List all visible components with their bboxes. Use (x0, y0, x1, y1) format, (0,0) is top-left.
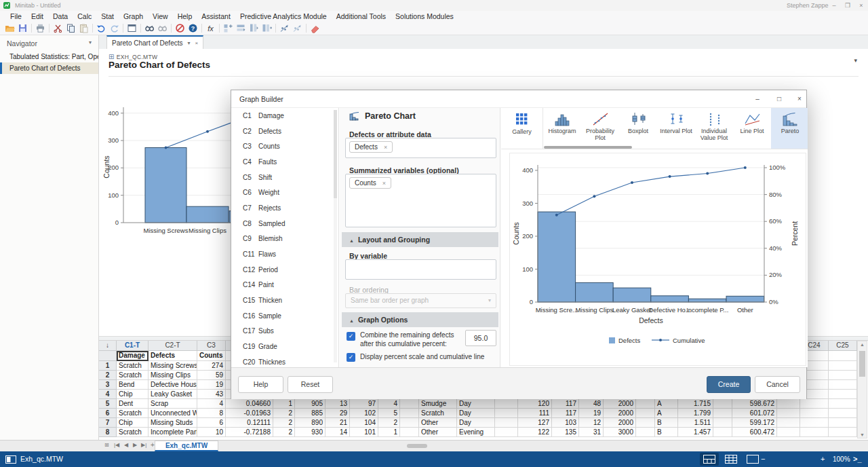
menu-stat[interactable]: Stat (96, 11, 119, 22)
menu-additional-tools[interactable]: Additional Tools (332, 11, 391, 22)
grid-cell[interactable]: 2000 (604, 418, 636, 428)
grid-cell[interactable]: Scratch (117, 409, 149, 418)
tab-pareto-chart-of-defects[interactable]: Pareto Chart of Defects ▾ × (106, 35, 203, 49)
scrollbar-thumb[interactable] (859, 351, 865, 377)
combine-defects-checkbox[interactable]: ✓ (347, 332, 355, 341)
select-all-icon[interactable]: ↓ (99, 341, 117, 351)
grid-cell[interactable]: Chip (117, 390, 149, 399)
dialog-close-icon[interactable]: × (790, 90, 809, 107)
grid-cell[interactable]: 599.172 (732, 418, 777, 428)
column-item-c2[interactable]: C2Defects (231, 124, 338, 139)
column-item-c20[interactable]: C20Thicknes (231, 354, 338, 367)
close-window-icon[interactable]: × (856, 1, 867, 10)
command-line-icon[interactable]: >_ (853, 455, 862, 463)
worksheet-tab-exh-qc[interactable]: Exh_qc.MTW (155, 441, 218, 451)
grid-vertical-scrollbar[interactable]: ▲ ▼ (857, 341, 867, 438)
grid-cell[interactable]: 2 (273, 418, 295, 428)
grid-cell[interactable]: 117 (552, 399, 579, 409)
grid-cell[interactable]: 2 (273, 409, 295, 418)
navigator-item-pareto-chart-of-defects[interactable]: Pareto Chart of Defects (0, 62, 98, 74)
zoom-level[interactable]: 100% (833, 455, 850, 463)
grid-cell[interactable]: Scratch (117, 428, 149, 437)
grid-cell[interactable]: Smudge (419, 399, 457, 409)
grid-cell[interactable]: Missing Clips (149, 371, 197, 380)
grid-cell[interactable]: Day (457, 418, 495, 428)
row-header-8[interactable]: 8 (99, 428, 117, 437)
cumulative-percent-input[interactable]: 95.0 (465, 330, 496, 346)
help-button[interactable]: Help (238, 376, 283, 393)
grid-cell[interactable]: 29 (326, 409, 350, 418)
grid-cell[interactable]: 5 (378, 409, 400, 418)
grid-cell[interactable] (800, 409, 829, 418)
help-icon[interactable]: ? (186, 22, 199, 34)
find-next-icon[interactable] (156, 22, 169, 34)
grid-cell[interactable]: 600.472 (732, 428, 777, 437)
grid-cell[interactable]: Scrap (149, 399, 197, 409)
grid-cell[interactable]: 122 (518, 428, 552, 437)
view-worksheet-output-icon[interactable] (700, 453, 719, 466)
restore-window-icon[interactable]: ❐ (842, 1, 853, 10)
first-worksheet-icon[interactable]: |◀ (114, 442, 119, 448)
grid-cell[interactable]: 0.04660 (226, 399, 273, 409)
gallery-item-line-plot[interactable]: Line Plot (733, 108, 771, 149)
next-worksheet-icon[interactable]: ▶ (133, 442, 137, 448)
grid-cell[interactable]: 102 (350, 409, 378, 418)
grid-cell[interactable]: 1.511 (678, 418, 713, 428)
column-header-c25[interactable]: C25 (829, 341, 857, 351)
by-variable-field[interactable] (345, 259, 496, 280)
grid-cell[interactable]: 97 (350, 399, 378, 409)
grid-cell[interactable]: 43 (197, 390, 226, 399)
grid-cell[interactable]: Scratch (117, 371, 149, 380)
cancel-icon[interactable] (174, 22, 186, 34)
grid-cell[interactable] (777, 418, 800, 428)
grid-cell[interactable]: 4 (378, 399, 400, 409)
column-name-cell[interactable] (829, 351, 857, 361)
gallery-item-pareto[interactable]: Pareto (771, 108, 808, 149)
navigator-collapse-icon[interactable]: ▾ (89, 39, 92, 45)
dialog-maximize-icon[interactable]: □ (770, 90, 789, 107)
grid-cell[interactable]: 0.12111 (226, 418, 273, 428)
edit-graph-icon[interactable] (278, 22, 291, 34)
grid-cell[interactable]: Missing Screws (149, 361, 197, 371)
grid-cell[interactable]: 3000 (604, 428, 636, 437)
grid-cell[interactable]: 1.457 (678, 428, 713, 437)
grid-cell[interactable]: 117 (552, 409, 579, 418)
grid-cell[interactable] (636, 409, 655, 418)
column-item-c7[interactable]: C7Rejects (231, 200, 338, 216)
column-item-c9[interactable]: C9Blemish (231, 231, 338, 247)
account-name[interactable]: Stephen Zappe (787, 2, 829, 9)
grid-cell[interactable] (777, 409, 800, 418)
grid-cell[interactable]: 59 (197, 371, 226, 380)
column-item-c19[interactable]: C19Grade (231, 339, 338, 354)
grid-cell[interactable]: 2 (273, 428, 295, 437)
column-header-c1-t[interactable]: C1-T (117, 341, 149, 351)
grid-cell[interactable]: 1.799 (678, 409, 713, 418)
gallery-item-histogram[interactable]: Histogram (543, 108, 581, 149)
menu-calc[interactable]: Calc (73, 11, 96, 22)
horizontal-scrollbar-thumb[interactable] (407, 444, 427, 448)
column-item-c12[interactable]: C12Period (231, 262, 338, 278)
column-item-c8[interactable]: C8Sampled (231, 216, 338, 231)
previous-worksheet-icon[interactable]: ◀ (124, 442, 128, 448)
grid-cell[interactable]: 6 (197, 418, 226, 428)
grid-cell[interactable] (777, 428, 800, 437)
row-header-2[interactable]: 2 (99, 371, 117, 380)
grid-cell[interactable] (400, 409, 419, 418)
menu-graph[interactable]: Graph (119, 11, 148, 22)
minimize-window-icon[interactable]: – (829, 1, 840, 10)
undo-icon[interactable] (95, 22, 108, 34)
paste-icon[interactable] (77, 22, 90, 34)
grid-cell[interactable]: Evening (457, 428, 495, 437)
grid-cell[interactable]: 1 (273, 399, 295, 409)
column-item-c17[interactable]: C17Subs (231, 324, 338, 339)
grid-cell[interactable] (829, 380, 857, 390)
new-window-icon[interactable] (125, 22, 138, 34)
grid-cell[interactable]: 111 (518, 409, 552, 418)
scroll-down-icon[interactable]: ▼ (858, 432, 867, 437)
navigator-item-tabulated-statistics-part-oper[interactable]: Tabulated Statistics: Part, Operator (0, 51, 98, 62)
cut-icon[interactable] (52, 22, 64, 34)
menu-data[interactable]: Data (48, 11, 73, 22)
grid-cell[interactable]: 4 (197, 399, 226, 409)
tab-menu-icon[interactable]: ▾ (188, 40, 191, 46)
remove-counts-chip-icon[interactable]: × (382, 180, 386, 187)
